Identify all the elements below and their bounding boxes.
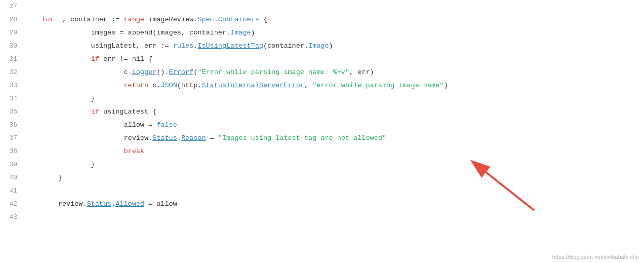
code-line-38: 38 break: [0, 145, 644, 158]
code-line-42: 42 review.Status.Allowed = allow: [0, 198, 644, 211]
code-line-31: 31 if err != nil {: [0, 53, 644, 66]
code-line-39: 39 }: [0, 158, 644, 171]
line-content-31: if err != nil {: [25, 53, 644, 66]
watermark: https://blog.csdn.net/xixihahalolehe: [552, 254, 639, 260]
line-num-35: 35: [0, 105, 25, 119]
code-line-41: 41: [0, 184, 644, 198]
code-line-33: 33 return c.JSON(http.StatusInternalServ…: [0, 79, 644, 92]
code-line-40: 40 }: [0, 171, 644, 184]
code-line-36: 36 allow = false: [0, 119, 644, 132]
line-num-29: 29: [0, 26, 25, 40]
line-num-27: 27: [0, 0, 25, 13]
code-line-32: 32 c.Logger().Errorf("Error while parsin…: [0, 66, 644, 79]
line-num-40: 40: [0, 171, 25, 184]
line-content-42: review.Status.Allowed = allow: [25, 198, 644, 211]
code-line-43: 43: [0, 211, 644, 224]
code-line-28: 28 for _, container := range imageReview…: [0, 13, 644, 26]
line-num-28: 28: [0, 13, 25, 26]
line-content-34: }: [25, 92, 644, 105]
line-num-39: 39: [0, 158, 25, 171]
line-num-37: 37: [0, 132, 25, 145]
line-num-30: 30: [0, 40, 25, 53]
line-num-43: 43: [0, 211, 25, 224]
code-line-37: 37 review.Status.Reason = "Images using …: [0, 132, 644, 145]
line-content-29: images = append(images, container.Image): [25, 26, 644, 40]
line-content-40: }: [25, 171, 644, 184]
code-lines: 27 28 for _, container := range imageRev…: [0, 0, 644, 224]
line-num-41: 41: [0, 184, 25, 198]
code-line-29: 29 images = append(images, container.Ima…: [0, 26, 644, 40]
line-num-34: 34: [0, 92, 25, 105]
code-line-35: 35 if usingLatest {: [0, 105, 644, 119]
line-content-35: if usingLatest {: [25, 105, 644, 119]
code-line-34: 34 }: [0, 92, 644, 105]
line-num-31: 31: [0, 53, 25, 66]
line-content-33: return c.JSON(http.StatusInternalServerE…: [25, 79, 644, 92]
code-line-27: 27: [0, 0, 644, 13]
line-content-28: for _, container := range imageReview.Sp…: [25, 13, 644, 26]
line-content-37: review.Status.Reason = "Images using lat…: [25, 132, 644, 145]
line-num-33: 33: [0, 79, 25, 92]
line-num-42: 42: [0, 198, 25, 211]
line-content-36: allow = false: [25, 119, 644, 132]
line-content-30: usingLatest, err := rules.IsUsingLatestT…: [25, 40, 644, 53]
line-content-38: break: [25, 145, 644, 158]
code-line-30: 30 usingLatest, err := rules.IsUsingLate…: [0, 40, 644, 53]
line-content-39: }: [25, 158, 644, 171]
line-num-36: 36: [0, 119, 25, 132]
line-content-32: c.Logger().Errorf("Error while parsing i…: [25, 66, 644, 79]
line-num-38: 38: [0, 145, 25, 158]
code-editor: 27 28 for _, container := range imageRev…: [0, 0, 644, 263]
line-num-32: 32: [0, 66, 25, 79]
